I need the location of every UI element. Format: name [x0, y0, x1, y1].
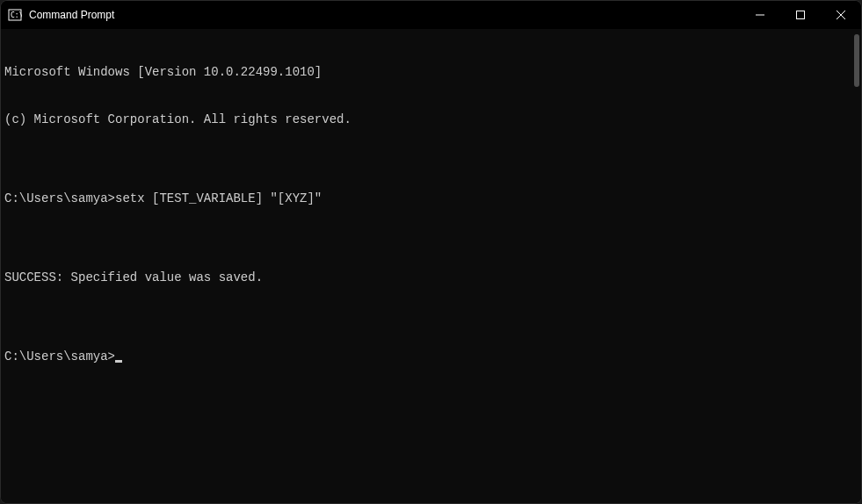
prompt-text: C:\Users\samya>	[4, 349, 115, 364]
terminal-line: (c) Microsoft Corporation. All rights re…	[4, 112, 849, 127]
terminal-line: SUCCESS: Specified value was saved.	[4, 270, 849, 285]
maximize-button[interactable]	[780, 1, 821, 29]
svg-text:C:\: C:\	[11, 11, 22, 19]
terminal-body[interactable]: Microsoft Windows [Version 10.0.22499.10…	[1, 29, 861, 503]
terminal-line: Microsoft Windows [Version 10.0.22499.10…	[4, 64, 849, 80]
titlebar[interactable]: C:\ Command Prompt	[1, 1, 861, 29]
window-title: Command Prompt	[29, 9, 114, 21]
scrollbar[interactable]	[849, 32, 861, 500]
window-controls	[740, 1, 861, 29]
cmd-icon: C:\	[8, 8, 22, 22]
cursor	[115, 360, 122, 363]
terminal-line: C:\Users\samya>setx [TEST_VARIABLE] "[XY…	[4, 191, 849, 206]
minimize-button[interactable]	[740, 1, 780, 29]
scrollbar-thumb[interactable]	[854, 34, 859, 87]
titlebar-left: C:\ Command Prompt	[8, 8, 114, 22]
command-prompt-window: C:\ Command Prompt	[0, 0, 862, 504]
terminal-content[interactable]: Microsoft Windows [Version 10.0.22499.10…	[4, 32, 849, 500]
svg-rect-3	[797, 11, 805, 19]
close-button[interactable]	[821, 1, 861, 29]
current-prompt-line: C:\Users\samya>	[4, 349, 849, 364]
